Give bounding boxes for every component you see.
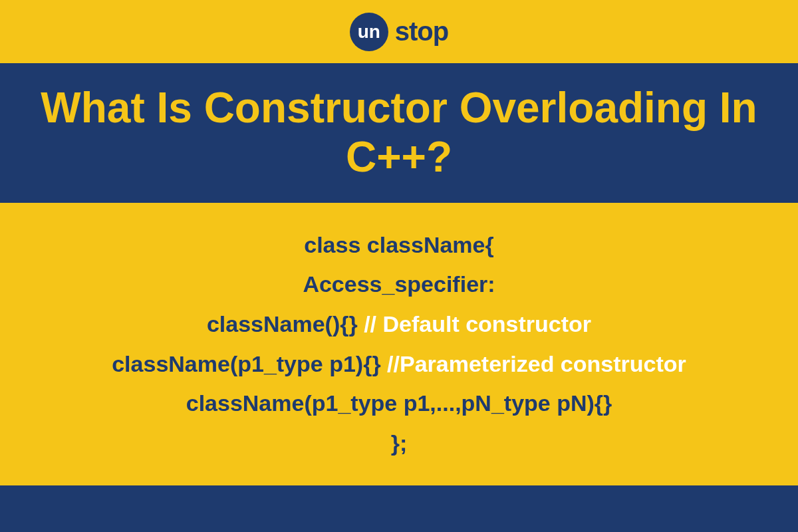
code-line-6: }; — [391, 428, 408, 460]
code-line-3-code: className(){} — [207, 311, 364, 336]
code-line-4-code: className(p1_type p1){} — [112, 351, 387, 376]
code-line-4: className(p1_type p1){} //Parameterized … — [112, 348, 686, 380]
logo-bar: un stop — [0, 0, 798, 63]
code-line-5: className(p1_type p1,...,pN_type pN){} — [186, 388, 612, 420]
code-line-3: className(){} // Default constructor — [207, 309, 591, 340]
code-line-4-comment: //Parameterized constructor — [387, 351, 686, 376]
logo-circle-text: un — [358, 21, 380, 43]
logo-circle-icon: un — [350, 13, 388, 51]
code-line-1: class className{ — [304, 229, 493, 261]
title-band: What Is Constructor Overloading In C++? — [0, 63, 798, 203]
code-snippet-area: class className{ Access_specifier: class… — [0, 203, 798, 485]
code-line-2: Access_specifier: — [303, 269, 495, 301]
brand-logo: un stop — [350, 13, 448, 51]
logo-suffix-text: stop — [395, 17, 448, 47]
bottom-band — [0, 485, 798, 532]
page-title: What Is Constructor Overloading In C++? — [40, 84, 758, 182]
code-line-3-comment: // Default constructor — [364, 311, 591, 336]
